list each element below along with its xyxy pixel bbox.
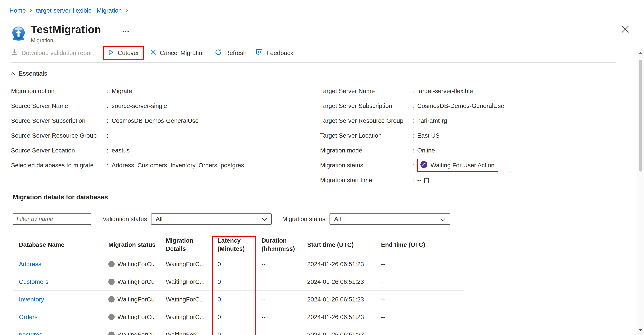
- cutover-button[interactable]: Cutover: [103, 46, 144, 60]
- chevron-down-icon: [440, 216, 446, 222]
- migration-status-value: Waiting For User Action: [430, 162, 494, 169]
- db-name-link[interactable]: Inventory: [19, 296, 44, 303]
- refresh-button[interactable]: Refresh: [215, 49, 247, 57]
- field-value: eastus: [112, 147, 130, 154]
- column-header-end-time: End time (UTC): [375, 240, 464, 249]
- migration-status-highlight: Waiting For User Action: [417, 158, 498, 172]
- divider: [11, 62, 616, 63]
- databases-table: Database Name Migration status Migration…: [13, 234, 464, 335]
- close-icon[interactable]: [620, 25, 630, 34]
- essentials-right-column: Target Server Name target-server-flexibl…: [320, 84, 504, 188]
- chevron-right-icon: [125, 8, 128, 13]
- migration-status-filter-label: Migration status: [282, 216, 325, 222]
- breadcrumb-current-link[interactable]: target-server-flexible | Migration: [36, 7, 122, 14]
- db-name-link[interactable]: Orders: [19, 314, 38, 320]
- field-label: Target Server Subscription: [320, 102, 412, 109]
- field-value: hariramt-rg: [417, 117, 447, 124]
- end-time-value: --: [381, 331, 385, 335]
- start-time-value: 2024-01-26 06:51:23: [307, 331, 364, 335]
- status-dot-icon: [108, 278, 114, 285]
- play-icon: [108, 49, 114, 57]
- page-header: TestMigration … Migration: [11, 23, 130, 44]
- migration-service-icon: [11, 26, 26, 41]
- migration-status-dropdown[interactable]: All: [330, 214, 450, 224]
- field-colon: [412, 176, 417, 184]
- migration-details-text: WaitingForC...: [166, 314, 204, 320]
- migration-status-text: WaitingForCu: [118, 331, 154, 335]
- filter-by-name-input[interactable]: [13, 214, 92, 224]
- page-title: TestMigration: [31, 23, 101, 36]
- duration-value: --: [262, 314, 266, 320]
- refresh-icon: [215, 49, 222, 57]
- filter-bar: Validation status All Migration status A…: [13, 214, 450, 224]
- field-label: Source Server Location: [11, 147, 107, 154]
- field-colon: [412, 132, 417, 139]
- column-header-start-time: Start time (UTC): [301, 240, 375, 249]
- migration-details-text: WaitingForC...: [166, 260, 204, 268]
- field-colon: [107, 117, 112, 124]
- db-name-link[interactable]: Address: [19, 260, 41, 268]
- status-dot-icon: [108, 332, 114, 335]
- db-name-link[interactable]: postgres: [19, 331, 42, 335]
- latency-value: 0: [218, 260, 221, 268]
- field-row: Target Server Subscription CosmosDB-Demo…: [320, 98, 504, 113]
- button-label: Cutover: [118, 50, 139, 56]
- feedback-button[interactable]: Feedback: [256, 48, 293, 57]
- status-dot-icon: [108, 314, 114, 320]
- end-time-value: --: [381, 314, 385, 320]
- migration-status-text: WaitingForCu: [118, 296, 154, 303]
- field-label: Source Server Name: [11, 102, 107, 109]
- field-value: Migrate: [112, 88, 132, 94]
- field-row: Source Server Subscription CosmosDB-Demo…: [11, 113, 244, 128]
- vertical-scrollbar[interactable]: [637, 49, 644, 335]
- migration-status-text: WaitingForCu: [118, 278, 154, 285]
- breadcrumb-home-link[interactable]: Home: [10, 7, 26, 14]
- more-options-button[interactable]: …: [122, 27, 130, 32]
- latency-value: 0: [218, 278, 221, 285]
- duration-value: --: [262, 296, 266, 303]
- validation-status-dropdown[interactable]: All: [151, 214, 272, 224]
- db-name-link[interactable]: Customers: [19, 278, 48, 285]
- button-label: Refresh: [225, 50, 247, 56]
- latency-value: 0: [218, 314, 221, 320]
- field-colon: [107, 162, 112, 169]
- button-label: Cancel Migration: [160, 50, 206, 56]
- copy-icon[interactable]: [424, 176, 431, 184]
- start-time-value: 2024-01-26 06:51:23: [307, 296, 364, 303]
- command-bar: Download validation report Cutover Cance…: [11, 45, 293, 61]
- end-time-value: --: [381, 296, 385, 303]
- end-time-value: --: [381, 278, 385, 285]
- field-value: Address, Customers, Inventory, Orders, p…: [112, 162, 244, 169]
- duration-value: --: [262, 278, 266, 285]
- field-value: source-server-single: [112, 102, 167, 109]
- cancel-migration-button[interactable]: Cancel Migration: [150, 49, 206, 56]
- duration-value: --: [262, 260, 266, 268]
- breadcrumb: Home target-server-flexible | Migration: [10, 7, 128, 14]
- field-row: Migration mode Online: [320, 143, 504, 158]
- page-type-label: Migration: [31, 38, 130, 44]
- status-dot-icon: [108, 261, 114, 267]
- field-row: Migration option Migrate: [11, 84, 244, 98]
- scroll-up-icon[interactable]: [638, 51, 643, 55]
- essentials-toggle[interactable]: Essentials: [10, 70, 47, 77]
- column-header-duration: Duration (hh:mm:ss): [256, 236, 301, 253]
- validation-status-label: Validation status: [102, 216, 147, 222]
- field-row: Migration status Waiting For User Action: [320, 158, 504, 172]
- cancel-icon: [150, 49, 156, 56]
- scrollbar-thumb[interactable]: [638, 60, 642, 172]
- essentials-label: Essentials: [18, 70, 47, 77]
- button-label: Download validation report: [22, 50, 94, 56]
- field-value: East US: [417, 132, 440, 139]
- field-colon: [412, 162, 417, 169]
- migration-details-text: WaitingForC...: [166, 331, 204, 335]
- status-dot-icon: [108, 296, 114, 302]
- waiting-status-icon: [420, 161, 428, 170]
- download-validation-report-button[interactable]: Download validation report: [11, 49, 94, 57]
- scroll-down-icon[interactable]: [638, 329, 643, 332]
- field-value: --: [417, 176, 421, 184]
- table-row: Customers WaitingForCu WaitingForC... 0 …: [13, 273, 464, 291]
- field-row: Target Server Location East US: [320, 128, 504, 143]
- field-label: Migration option: [11, 88, 107, 94]
- field-colon: [107, 102, 112, 109]
- field-value: target-server-flexible: [417, 88, 473, 94]
